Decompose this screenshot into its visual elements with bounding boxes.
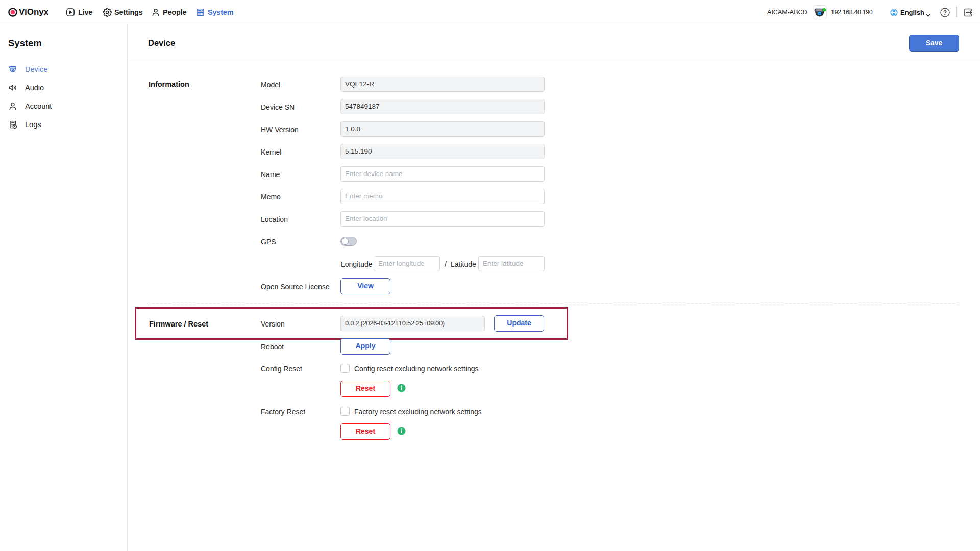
svg-text:?: ?	[943, 9, 947, 16]
